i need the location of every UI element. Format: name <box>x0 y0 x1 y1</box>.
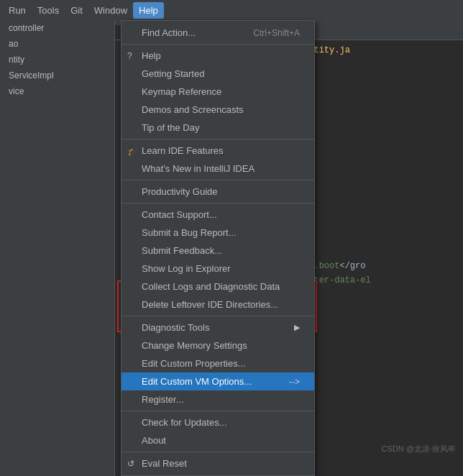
menu-show-log[interactable]: Show Log in Explorer <box>122 260 314 278</box>
sidebar-item-ntity[interactable]: ntity <box>0 52 114 68</box>
find-action-shortcut: Ctrl+Shift+A <box>232 28 300 38</box>
find-action-label: Find Action... <box>142 27 196 38</box>
menu-tip[interactable]: Tip of the Day <box>122 119 314 137</box>
menu-collect-logs[interactable]: Collect Logs and Diagnostic Data <box>122 278 314 296</box>
menu-run[interactable]: Run <box>3 2 32 19</box>
sidebar-item-serviceimpl[interactable]: ServiceImpl <box>0 68 114 83</box>
project-sidebar: controller ao ntity ServiceImpl vice <box>0 20 115 476</box>
menu-demos[interactable]: Demos and Screencasts <box>122 101 314 119</box>
menu-help[interactable]: ? Help <box>122 47 314 65</box>
separator <box>122 203 314 203</box>
menu-tools[interactable]: Tools <box>32 2 65 19</box>
separator <box>122 316 314 316</box>
separator <box>122 139 314 139</box>
menu-about[interactable]: About <box>122 431 314 449</box>
menu-getting-started[interactable]: Getting Started <box>122 65 314 83</box>
menu-diagnostic-tools[interactable]: Diagnostic Tools ▶ <box>122 319 314 337</box>
menu-window[interactable]: Window <box>88 2 133 19</box>
sidebar-item-vice[interactable]: vice <box>0 83 114 99</box>
menubar: Run Tools Git Window Help <box>0 0 463 20</box>
menu-git[interactable]: Git <box>65 2 88 19</box>
watermark: CSDN @北凉·徐风年 <box>382 444 456 454</box>
separator <box>122 180 314 180</box>
menu-edit-custom-properties[interactable]: Edit Custom Properties... <box>122 354 314 372</box>
menu-submit-bug[interactable]: Submit a Bug Report... <box>122 224 314 242</box>
help-dropdown-menu: Find Action... Ctrl+Shift+A ? Help Getti… <box>121 20 315 476</box>
menu-register[interactable]: Register... <box>122 390 314 408</box>
sidebar-item-ao[interactable]: ao <box>0 36 114 52</box>
separator <box>122 411 314 411</box>
menu-help[interactable]: Help <box>133 2 164 19</box>
menu-delete-leftover[interactable]: Delete Leftover IDE Directories... <box>122 296 314 313</box>
separator <box>122 452 314 452</box>
separator <box>122 44 314 45</box>
menu-learn-ide[interactable]: 🎓 Learn IDE Features <box>122 142 314 160</box>
vm-options-arrow: --> <box>267 377 300 387</box>
menu-whats-new[interactable]: What's New in IntelliJ IDEA <box>122 160 314 178</box>
sidebar-item-controller[interactable]: controller <box>0 20 114 36</box>
menu-check-updates[interactable]: Check for Updates... <box>122 413 314 431</box>
grad-icon: 🎓 <box>127 146 138 156</box>
menu-change-memory[interactable]: Change Memory Settings <box>122 337 314 354</box>
menu-edit-custom-vm[interactable]: Edit Custom VM Options... --> <box>122 372 314 390</box>
menu-submit-feedback[interactable]: Submit Feedback... <box>122 242 314 260</box>
question-icon: ? <box>127 51 132 61</box>
menu-eval-reset[interactable]: ↺ Eval Reset <box>122 454 314 472</box>
menu-contact-support[interactable]: Contact Support... <box>122 206 314 224</box>
undo-icon: ↺ <box>127 459 134 469</box>
menu-find-action[interactable]: Find Action... Ctrl+Shift+A <box>122 24 314 42</box>
submenu-arrow-icon: ▶ <box>294 323 300 332</box>
menu-keymap-reference[interactable]: Keymap Reference <box>122 83 314 101</box>
menu-productivity[interactable]: Productivity Guide <box>122 183 314 201</box>
